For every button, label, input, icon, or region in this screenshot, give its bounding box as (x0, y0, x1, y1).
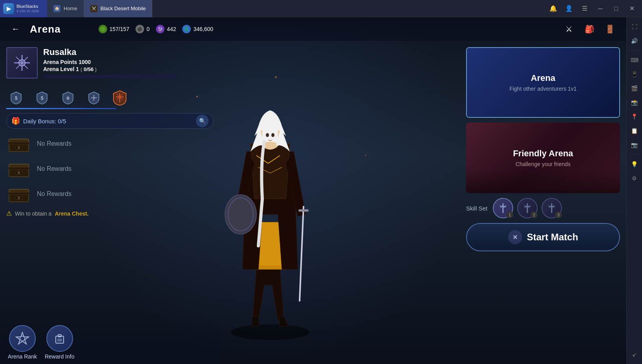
header-stats: 🌿 157/157 ⚫ 0 🔮 442 💲 346,600 (99, 25, 213, 33)
xp-bar-container (43, 75, 177, 79)
bs-camera[interactable]: 📸 (628, 96, 641, 109)
inventory-icon[interactable]: 🎒 (581, 20, 598, 38)
svg-point-19 (18, 146, 20, 149)
skill-btn-num-3: 3 (555, 211, 562, 218)
skill-set-row: Skill Set 1 2 (466, 198, 620, 218)
purple-icon: 🔮 (156, 25, 165, 33)
bs-keyboard[interactable]: ⌨ (628, 54, 641, 66)
gray-icon: ⚫ (135, 25, 144, 33)
tab-home[interactable]: 🏠 Home (47, 0, 84, 17)
reward-info-icon (46, 325, 73, 352)
notification-icon[interactable]: 🔔 (546, 2, 560, 16)
account-icon[interactable]: 👤 (562, 2, 576, 16)
reward-text-1: No Rewards (37, 140, 71, 147)
game-area: ← Arena 🌿 157/157 ⚫ 0 🔮 442 💲 346,600 ⚔ … (0, 17, 626, 364)
bs-clipboard[interactable]: 📋 (628, 124, 641, 137)
bs-phone[interactable]: 📱 (628, 68, 641, 80)
reward-item-3: No Rewards (6, 183, 214, 205)
game-favicon: ⚔️ (90, 5, 97, 12)
cancel-match-icon[interactable]: ✕ (508, 230, 522, 244)
rank-icon-2: $ (32, 88, 52, 108)
header-actions: ⚔ 🎒 🚪 (560, 20, 618, 38)
daily-bonus-bar[interactable]: 🎁 Daily Bonus: 0/5 🔍 (6, 113, 214, 129)
skill-btn-num-1: 1 (506, 211, 513, 218)
back-button[interactable]: ← (8, 21, 24, 37)
friendly-arena-card[interactable]: Friendly Arena Challenge your friends (466, 123, 620, 193)
maximize-icon[interactable]: □ (609, 2, 623, 16)
arena-chest-link[interactable]: Arena Chest. (55, 210, 88, 217)
player-info: Rusalka Arena Points 1000 Arena Level 1 … (6, 47, 214, 79)
bs-fullscreen[interactable]: ⛶ (628, 20, 641, 33)
bs-settings[interactable]: ⚙ (628, 172, 641, 185)
skill-btn-2[interactable]: 2 (517, 198, 538, 218)
svg-text:$: $ (15, 95, 18, 101)
arena-card-subtitle: Fight other adventurers 1v1 (509, 86, 576, 92)
friendly-arena-card-inner: Friendly Arena Challenge your friends (466, 123, 620, 193)
taskbar: ▶ BlueStacks 4.150.10.1032 🏠 Home ⚔️ Bla… (0, 0, 642, 17)
rank-shield-4 (87, 91, 101, 105)
stat-gold: 💲 346,600 (182, 25, 213, 33)
start-match-label: Start Match (527, 232, 578, 243)
minimize-icon[interactable]: ─ (593, 2, 607, 16)
search-bonus-button[interactable]: 🔍 (196, 115, 209, 127)
svg-point-30 (20, 336, 25, 341)
rank-shield-1: $ (9, 91, 23, 105)
rank-shield-3: $ (61, 91, 75, 105)
exit-icon[interactable]: 🚪 (601, 20, 618, 38)
chest-icon-3 (6, 185, 31, 203)
arena-rank-label: Arena Rank (8, 353, 37, 360)
svg-point-29 (18, 197, 20, 199)
reward-item-1: No Rewards (6, 133, 214, 155)
warning-icon: ⚠ (6, 210, 12, 217)
reward-text-2: No Rewards (37, 165, 71, 172)
svg-rect-17 (8, 142, 29, 144)
rank-icons-row: $ $ $ (6, 85, 214, 109)
svg-text:$: $ (41, 95, 44, 101)
stamina-icon: 🌿 (99, 25, 107, 33)
home-favicon: 🏠 (53, 5, 60, 12)
left-panel: Rusalka Arena Points 1000 Arena Level 1 … (0, 41, 220, 364)
tab-game[interactable]: ⚔️ Black Desert Mobile (84, 0, 153, 17)
arena-rank-icon (9, 325, 36, 352)
reward-info-nav[interactable]: Reward Info (45, 325, 74, 360)
bs-screenshot[interactable]: 📷 (628, 139, 641, 151)
stat-purple: 🔮 442 (156, 25, 176, 33)
bs-video[interactable]: 🎬 (628, 82, 641, 95)
stat-gray: ⚫ 0 (135, 25, 150, 33)
rank-icon-4 (84, 88, 104, 108)
chest-icon-1 (6, 134, 31, 153)
gold-icon: 💲 (182, 25, 191, 33)
bs-light[interactable]: 💡 (628, 158, 641, 170)
arena-card-main[interactable]: Arena Fight other adventurers 1v1 (466, 47, 620, 118)
start-match-button[interactable]: ✕ Start Match (466, 223, 620, 251)
friendly-card-subtitle: Challenge your friends (513, 161, 573, 167)
skill-btn-3[interactable]: 3 (541, 198, 562, 218)
win-notice: ⚠ Win to obtain a Arena Chest. (6, 210, 214, 217)
arena-card-title: Arena (509, 73, 576, 83)
stat-stamina: 🌿 157/157 (99, 25, 130, 33)
header: ← Arena 🌿 157/157 ⚫ 0 🔮 442 💲 346,600 ⚔ … (0, 17, 626, 41)
skill-btn-num-2: 2 (530, 211, 538, 218)
svg-point-24 (18, 172, 20, 174)
bs-minimize[interactable]: ↙ (628, 348, 641, 361)
bottom-nav: Arena Rank Reward Info (0, 321, 220, 364)
bluestacks-logo: ▶ BlueStacks 4.150.10.1032 (0, 0, 47, 17)
svg-rect-27 (8, 192, 29, 194)
reward-text-3: No Rewards (37, 190, 71, 198)
rank-shield-2: $ (35, 91, 49, 105)
bs-divider-2 (630, 154, 639, 155)
skill-btn-1[interactable]: 1 (493, 198, 513, 218)
page-title: Arena (30, 23, 61, 35)
close-icon[interactable]: ✕ (625, 2, 639, 16)
bs-volume[interactable]: 🔊 (628, 35, 641, 47)
bs-location[interactable]: 📍 (628, 110, 641, 123)
bs-sidebar: ⛶ 🔊 ⌨ 📱 🎬 📸 📍 📋 📷 💡 ⚙ ↙ (626, 17, 642, 364)
arena-rank-nav[interactable]: Arena Rank (8, 325, 37, 360)
daily-bonus-text: Daily Bonus: 0/5 (23, 118, 66, 124)
reward-list: No Rewards No Rewards (6, 133, 214, 205)
player-avatar (6, 47, 38, 79)
combat-icon[interactable]: ⚔ (560, 20, 578, 38)
bs-divider-1 (630, 50, 639, 51)
menu-icon[interactable]: ☰ (578, 2, 592, 16)
taskbar-actions: 🔔 👤 ☰ ─ □ ✕ (546, 2, 642, 16)
